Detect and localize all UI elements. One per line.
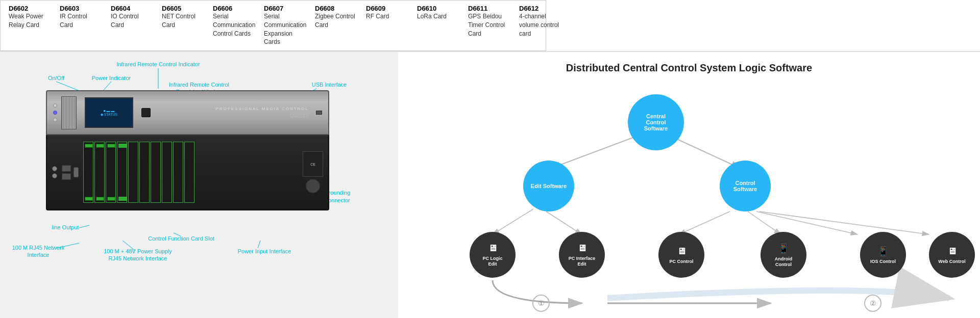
product-cell: D6602 Weak Power Relay Card: [9, 5, 50, 46]
antenna: [74, 167, 79, 177]
product-model: D6610: [417, 5, 458, 12]
ce-mark: CE: [310, 163, 315, 166]
tablet-icon: 📱: [775, 243, 793, 254]
card-slot-5: [128, 142, 138, 203]
line-output-line: [79, 225, 89, 228]
product-name: Serial Communication Control Cards: [213, 12, 254, 38]
card-slot-8: [162, 142, 172, 203]
phone-icon: 📱: [870, 246, 896, 257]
left-controls: [53, 103, 57, 122]
brand-area: PROFESSIONAL MEDIA CONTROL D6601S: [216, 107, 309, 119]
product-cell: D6605 NET Control Card: [162, 5, 203, 46]
card-slot-label: Control Function Card Slot: [148, 235, 214, 242]
product-model: D6609: [366, 5, 407, 12]
product-cell: D6611 GPS Beidou Timer Control Card: [468, 5, 509, 46]
line-output-label: line Output: [52, 224, 79, 230]
node-pc-interface: 🖥 PC Interface Edit: [559, 232, 605, 278]
arrow-ctrl-web: [760, 211, 929, 234]
ir-window: [141, 108, 151, 117]
node-central-control: Central Control Software: [628, 94, 684, 150]
lcd-screen: ■ ▬ ▬◆ STATUS: [85, 97, 133, 128]
rj45-port-2: [62, 173, 71, 180]
node-pc-logic-label: PC Logic Edit: [482, 256, 502, 267]
product-model: D6608: [315, 5, 356, 12]
card-slots: [83, 142, 194, 203]
terminal-7: [118, 144, 127, 148]
product-model: D6605: [162, 5, 203, 12]
product-model: D6603: [60, 5, 101, 12]
power-input-label: Power Input Interface: [238, 248, 291, 254]
device-bottom: CE: [46, 135, 329, 210]
product-name: Serial Communication Expansion Cards: [264, 12, 305, 46]
node-web: 🖥 Web Control: [929, 232, 975, 278]
ir-indicator-led: [53, 118, 57, 122]
badge-circle-2: [865, 295, 881, 311]
brand-name: PROFESSIONAL MEDIA CONTROL: [216, 107, 309, 111]
node-control-software: Control Software: [720, 161, 771, 211]
node-edit-software-label: Edit Software: [531, 183, 567, 189]
product-table: D6602 Weak Power Relay Card D6603 IR Con…: [9, 5, 537, 46]
rj45-line: [56, 243, 79, 248]
diagram-title: Distributed Central Control System Logic…: [413, 62, 965, 74]
product-model: D6602: [9, 5, 50, 12]
arrow-central-control: [674, 138, 740, 168]
software-diagram: ① ② Central Control Software Edit Softwa…: [413, 89, 965, 313]
arrow-ctrl-ios: [756, 211, 857, 234]
product-name: LoRa Card: [417, 12, 458, 21]
product-name: IR Control Card: [60, 12, 101, 30]
cert-area: CE: [303, 151, 323, 177]
product-cell: D6607 Serial Communication Expansion Car…: [264, 5, 305, 46]
node-edit-software: Edit Software: [523, 161, 574, 211]
product-cell: D6608 Zigbee Control Card: [315, 5, 356, 46]
node-web-label: Web Control: [938, 259, 965, 264]
product-name: GPS Beidou Timer Control Card: [468, 12, 509, 38]
top-table-section: D6602 Weak Power Relay Card D6603 IR Con…: [0, 0, 546, 51]
node-pc-control-label: PC Control: [670, 259, 694, 264]
card-slot-3: [106, 142, 116, 203]
card-slot-2: [94, 142, 105, 203]
node-android: 📱 Android Control: [761, 232, 806, 278]
power-input-line: [258, 241, 260, 248]
card-slot-9: [173, 142, 183, 203]
monitor-icon-4: 🖥: [938, 246, 965, 257]
power-button[interactable]: [53, 103, 57, 108]
speaker-grille: [61, 96, 77, 129]
power-input-port: [306, 179, 320, 193]
onoff-label: On/Off: [48, 75, 65, 81]
product-cell: D6609 RF Card: [366, 5, 407, 46]
right-diagram: Distributed Central Control System Logic…: [398, 52, 980, 318]
terminal-4: [96, 197, 104, 201]
card-slot-4: [117, 142, 127, 203]
product-name: IO Control Card: [111, 12, 152, 30]
poe-label: 100 M + 48V Power Supply: [104, 248, 172, 254]
product-name: Zigbee Control Card: [315, 12, 356, 30]
card-slot-7: [151, 142, 161, 203]
node-central-control-label: Central Control Software: [644, 113, 668, 131]
device-container: ■ ▬ ▬◆ STATUS PROFESSIONAL MEDIA CONTROL…: [46, 90, 329, 210]
arrow-central-edit: [551, 138, 633, 168]
product-cell: D6604 IO Control Card: [111, 5, 152, 46]
terminal-3: [96, 144, 104, 148]
product-name: RF Card: [366, 12, 407, 21]
audio-ports: [52, 166, 57, 178]
poe-line: [122, 241, 135, 251]
terminal-5: [107, 144, 115, 148]
product-model: D6604: [111, 5, 152, 12]
node-ios-label: IOS Control: [870, 259, 896, 264]
monitor-icon: 🖥: [482, 243, 502, 254]
large-arrow: [607, 290, 949, 298]
product-name: NET Control Card: [162, 12, 203, 30]
label-plate: CE: [303, 151, 323, 193]
arrow-ctrl-pc: [679, 211, 730, 234]
infrared-indicator-label: Infrared Remote Control Indicator: [116, 61, 200, 67]
audio-port-2: [52, 173, 57, 178]
rj45-label2: Interface: [28, 252, 50, 258]
product-cell: D6606 Serial Communication Control Cards: [213, 5, 254, 46]
badge-text-2: ②: [870, 299, 876, 307]
product-model: D6606: [213, 5, 254, 12]
monitor-icon-2: 🖥: [569, 243, 596, 254]
product-name: 4-channel volume control card: [519, 12, 560, 38]
rj45-port-1: [62, 165, 71, 172]
node-pc-interface-label: PC Interface Edit: [569, 256, 596, 267]
audio-port-1: [52, 166, 57, 171]
